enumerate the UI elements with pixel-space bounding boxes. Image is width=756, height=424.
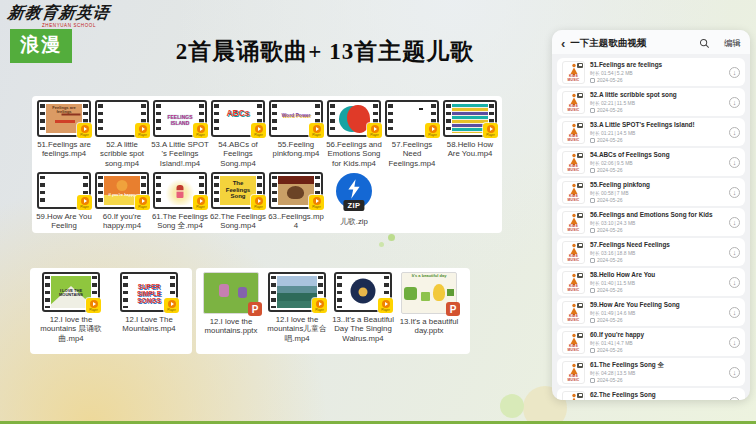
video-list-item[interactable]: KIDS MUSIC59.How Are You Feeling Song时长0… (557, 298, 745, 326)
download-icon[interactable]: ↓ (729, 157, 740, 168)
player-badge-label: Player (196, 134, 205, 137)
file-item[interactable]: ABCsPlayer54.ABCs of Feelings Song.mp4 (209, 100, 267, 168)
download-icon[interactable]: ↓ (729, 277, 740, 288)
file-item[interactable]: Player61.The Feelings Song 全.mp4 (151, 172, 209, 233)
video-title: 54.ABCs of Feelings Song (590, 151, 724, 159)
file-item[interactable]: Player57.Feelings Need Feelings.mp4 (383, 100, 441, 168)
file-size: 14.6 MB (617, 310, 636, 316)
download-icon[interactable]: ↓ (729, 367, 740, 378)
video-count-badge (577, 153, 583, 158)
duration-value: 02:06 (601, 160, 614, 166)
play-icon (139, 197, 147, 205)
player-badge-icon: Player (193, 123, 208, 138)
download-icon[interactable]: ↓ (729, 67, 740, 78)
back-icon[interactable]: ‹ (561, 37, 565, 50)
player-badge-icon: Player (77, 195, 92, 210)
calendar-icon (590, 228, 595, 233)
video-title: 57.Feelings Need Feelings (590, 241, 724, 249)
file-item[interactable]: It's a beautiful dayP13.It's a beautiful… (396, 272, 462, 343)
video-title: 61.The Feelings Song 全 (590, 361, 724, 369)
film-sprockets-left (388, 104, 393, 133)
file-item[interactable]: Player58.Hello How Are You.mp4 (441, 100, 499, 168)
video-meta: 时长04:28|13.5 MB (590, 370, 724, 376)
date-value: 2024-05-26 (597, 257, 623, 263)
download-icon[interactable]: ↓ (729, 97, 740, 108)
file-name: 12.I love the mountains 晨诵歌曲.mp4 (32, 315, 110, 343)
video-meta: 时长01:21|14.5 MB (590, 130, 724, 136)
file-item[interactable]: Player56.Feelings and Emotions Song for … (325, 100, 383, 168)
play-icon (313, 197, 321, 205)
player-badge-icon: Player (251, 123, 266, 138)
download-icon[interactable]: ↓ (729, 307, 740, 318)
video-item-info: 53.A Little SPOT's Feelings Island!时长01:… (590, 121, 724, 144)
video-thumbnail: Player (385, 100, 439, 137)
duration-label: 时长 (590, 100, 600, 106)
romantic-badge: 浪漫 (10, 29, 72, 63)
search-icon[interactable] (699, 38, 710, 49)
kids-music-thumbnail: KIDS MUSIC (562, 151, 585, 174)
video-list-item[interactable]: KIDS MUSIC52.A little scribble spot song… (557, 88, 745, 116)
video-meta: 时长01:49|14.6 MB (590, 310, 724, 316)
file-item[interactable]: The Feelings SongPlayer62.The Feelings S… (209, 172, 267, 233)
video-list-item[interactable]: KIDS MUSIC51.Feelings are feelings时长01:5… (557, 58, 745, 86)
player-badge-label: Player (254, 206, 263, 209)
video-date: 2024-05-26 (590, 167, 724, 173)
download-icon[interactable]: ↓ (729, 187, 740, 198)
calendar-icon (590, 258, 595, 263)
slide-canvas: 新教育新英语 ZHENYUAN SCHOOL 浪漫 2首晨诵歌曲+ 13首主题儿… (0, 0, 756, 424)
meta-separator: | (615, 250, 616, 256)
file-item[interactable]: if you're happyPlayer60.If you're happy.… (93, 172, 151, 233)
player-badge-label: Player (80, 134, 89, 137)
video-list-item[interactable]: KIDS MUSIC54.ABCs of Feelings Song时长02:0… (557, 148, 745, 176)
player-badge-label: Player (89, 309, 98, 312)
calendar-icon (590, 168, 595, 173)
file-item[interactable]: SUPER SIMPLE SONGSPlayer12.I Love The Mo… (110, 272, 188, 343)
duration-value: 03:10 (601, 220, 614, 226)
download-icon[interactable]: ↓ (729, 127, 740, 138)
file-item[interactable]: Player59.How Are You Feeling Song.mp4 (35, 172, 93, 233)
video-list-item[interactable]: KIDS MUSIC55.Feeling pinkfong时长00:58|7 M… (557, 178, 745, 206)
video-item-info: 56.Feelings and Emotions Song for Kids时长… (590, 211, 724, 234)
date-value: 2024-05-26 (597, 77, 623, 83)
video-list-item[interactable]: KIDS MUSIC62.The Feelings Song时长05:05|12… (557, 388, 745, 400)
video-date: 2024-05-26 (590, 347, 724, 353)
video-thumbnail: Feelings are feelingsPlayer (37, 100, 91, 137)
kids-music-label: KIDS MUSIC (563, 224, 584, 232)
file-item[interactable]: P12.I love the mountains.pptx (198, 272, 264, 343)
file-item[interactable]: Player63..Feelings.mp4 (267, 172, 325, 233)
film-sprockets-left (123, 276, 128, 308)
play-icon (197, 125, 205, 133)
powerpoint-icon: P (248, 302, 262, 316)
kids-music-label: KIDS MUSIC (563, 284, 584, 292)
file-item[interactable]: Player52.A little scribble spot song.mp4 (93, 100, 151, 168)
file-item[interactable]: Player12.I love the mountains儿童合唱.mp4 (264, 272, 330, 343)
file-item[interactable]: Feelings are feelingsPlayer51.Feelings a… (35, 100, 93, 168)
file-item[interactable]: Player13..It's a Beautiful Day The Singi… (330, 272, 396, 343)
video-list-item[interactable]: KIDS MUSIC61.The Feelings Song 全时长04:28|… (557, 358, 745, 386)
edit-button[interactable]: 编辑 (724, 38, 741, 50)
duration-label: 时长 (590, 190, 600, 196)
download-icon[interactable]: ↓ (729, 337, 740, 348)
video-list-item[interactable]: KIDS MUSIC60.If you're happy时长01:41|4.7 … (557, 328, 745, 356)
video-list-item[interactable]: KIDS MUSIC57.Feelings Need Feelings时长03:… (557, 238, 745, 266)
video-item-info: 55.Feeling pinkfong时长00:58|7 MB2024-05-2… (590, 181, 724, 204)
download-icon[interactable]: ↓ (729, 217, 740, 228)
decor-circle (379, 242, 384, 247)
file-item[interactable]: I LOVE THE MOUNTAINSPlayer12.I love the … (32, 272, 110, 343)
download-icon[interactable]: ↓ (729, 247, 740, 258)
file-item[interactable]: ZIP儿歌.zip (325, 172, 383, 233)
kids-music-thumbnail: KIDS MUSIC (562, 61, 585, 84)
video-item-info: 58.Hello How Are You时长01:40|11.5 MB2024-… (590, 271, 724, 294)
file-item[interactable]: FEELINGS ISLANDPlayer53.A Little SPOT 's… (151, 100, 209, 168)
video-list-item[interactable]: KIDS MUSIC53.A Little SPOT's Feelings Is… (557, 118, 745, 146)
play-icon (139, 125, 147, 133)
play-icon (429, 125, 437, 133)
film-sprockets-left (98, 104, 103, 133)
video-list-item[interactable]: KIDS MUSIC56.Feelings and Emotions Song … (557, 208, 745, 236)
file-item[interactable]: Word PowerPlayer55.Feeling pinkfong.mp4 (267, 100, 325, 168)
meta-separator: | (615, 160, 616, 166)
download-icon[interactable]: ↓ (729, 397, 740, 401)
video-date: 2024-05-26 (590, 377, 724, 383)
video-meta: 时长03:10|24.3 MB (590, 220, 724, 226)
video-list-item[interactable]: KIDS MUSIC58.Hello How Are You时长01:40|11… (557, 268, 745, 296)
